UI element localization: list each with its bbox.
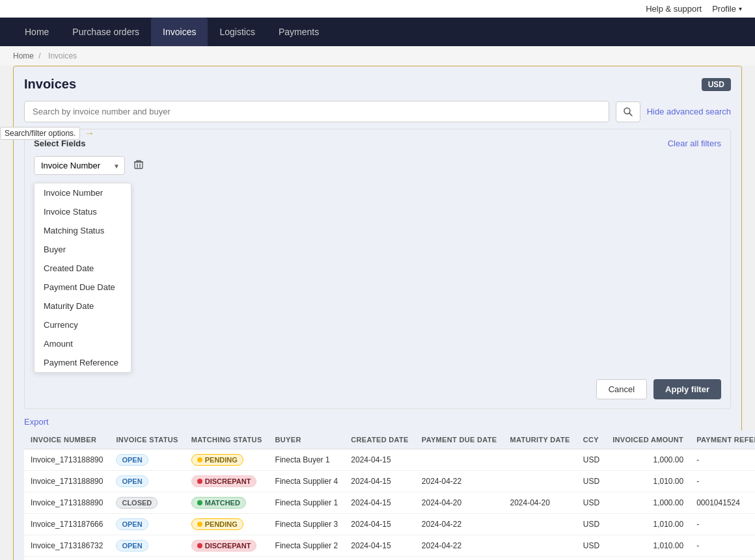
trash-icon [134,159,143,170]
invoice-status-badge: CLOSED [116,497,158,509]
invoice-link[interactable]: Invoice_1713188890 [31,477,103,486]
page-header: Invoices USD [24,77,731,92]
cell-ccy: USD [577,514,606,535]
cell-buyer: Finecta Supplier 3 [269,514,345,535]
cell-invoice-status: OPEN [109,535,184,557]
invoice-status-badge: OPEN [116,454,148,466]
page-title: Invoices [24,77,76,92]
dropdown-item-invoice-status[interactable]: Invoice Status [34,202,131,221]
apply-filter-button[interactable]: Apply filter [653,379,721,399]
dropdown-item-invoice-number[interactable]: Invoice Number [34,183,131,202]
cell-invoice-number: Invoice_1713188890 [24,471,109,492]
nav-item-logistics[interactable]: Logistics [208,18,266,46]
breadcrumb-home[interactable]: Home [13,51,34,60]
cell-payment-reference: - [690,535,755,557]
dropdown-item-created-date[interactable]: Created Date [34,259,131,278]
hide-advanced-search-link[interactable]: Hide advanced search [647,107,731,116]
dropdown-item-matching-status[interactable]: Matching Status [34,221,131,240]
cell-payment-due-date: 2024-04-22 [415,471,504,492]
cell-invoice-number: Invoice_1713188890 [24,492,109,514]
cell-ccy: USD [577,449,606,471]
field-select[interactable]: Invoice Number Invoice Status Matching S… [34,156,125,175]
nav-item-payments[interactable]: Payments [267,18,331,46]
cell-payment-due-date: 2024-04-20 [415,492,504,514]
dropdown-item-payment-due-date[interactable]: Payment Due Date [34,278,131,297]
table-row: Invoice_1713188890OPENDISCREPANTFinecta … [24,471,755,492]
cell-maturity-date [503,449,576,471]
chevron-down-icon: ▾ [739,5,742,12]
invoices-table: INVOICE NUMBER INVOICE STATUS MATCHING S… [24,431,755,560]
dropdown-item-payment-reference[interactable]: Payment Reference [34,353,131,372]
breadcrumb-current: Invoices [48,51,77,60]
col-invoice-number: INVOICE NUMBER [24,431,109,449]
dropdown-item-buyer[interactable]: Buyer [34,240,131,259]
cell-buyer: Finecta Supplier 4 [269,471,345,492]
cancel-button[interactable]: Cancel [596,379,647,399]
nav-item-invoices[interactable]: Invoices [151,18,208,46]
cell-maturity-date: 2024-04-20 [503,557,576,561]
cell-matching-status: PENDING [185,514,269,535]
nav-item-home[interactable]: Home [13,18,61,46]
dropdown-item-currency[interactable]: Currency [34,315,131,334]
cell-created-date: 2024-04-15 [344,514,415,535]
status-dot [197,500,202,505]
cell-buyer: Finecta Supplier 1 [269,557,345,561]
cell-buyer: Finecta Supplier 2 [269,535,345,557]
status-dot [197,543,202,548]
invoice-status-badge: OPEN [116,540,148,552]
cell-matching-status: MATCHED [185,492,269,514]
profile-label: Profile [712,4,736,14]
filter-actions: Cancel Apply filter [34,379,721,399]
cell-matching-status: PENDING [185,449,269,471]
invoice-link[interactable]: Invoice_1713188890 [31,455,103,464]
col-invoice-status: INVOICE STATUS [109,431,184,449]
svg-rect-2 [135,162,143,168]
clear-all-filters-link[interactable]: Clear all filters [668,139,721,148]
nav-item-purchase-orders[interactable]: Purchase orders [61,18,151,46]
field-select-wrapper: Invoice Number Invoice Status Matching S… [34,156,125,175]
cell-payment-due-date: 2024-04-22 [415,535,504,557]
cell-payment-reference: - [690,471,755,492]
col-payment-due-date: PAYMENT DUE DATE [415,431,504,449]
dropdown-item-maturity-date[interactable]: Maturity Date [34,297,131,315]
search-area: Hide advanced search Select Fields Clear… [24,101,731,409]
top-bar: Help & support Profile ▾ [0,0,755,18]
table-row: Invoice_1713186732OPENDISCREPANTFinecta … [24,535,755,557]
breadcrumb-separator: / [38,51,40,60]
breadcrumb: Home / Invoices [0,46,755,66]
cell-invoiced-amount: 1,000.00 [606,492,690,514]
cell-payment-due-date [415,449,504,471]
cell-payment-reference: - [690,449,755,471]
export-row: Export [24,417,731,427]
matching-status-badge: PENDING [191,518,243,530]
main-nav: Home Purchase orders Invoices Logistics … [0,18,755,46]
cell-invoice-status: CLOSED [109,492,184,514]
search-input[interactable] [24,101,609,122]
delete-filter-button[interactable] [130,158,147,174]
cell-maturity-date [503,514,576,535]
search-button[interactable] [616,101,640,122]
main-content: Invoices USD Hide advanced search Select… [13,66,742,560]
invoice-link[interactable]: Invoice_1713186732 [31,541,103,550]
cell-matching-status: DISCREPANT [185,535,269,557]
cell-invoiced-amount: 1,000.00 [606,557,690,561]
invoice-link[interactable]: Invoice_1713187666 [31,520,103,529]
dropdown-item-amount[interactable]: Amount [34,334,131,353]
export-link[interactable]: Export [24,417,49,427]
col-created-date: CREATED DATE [344,431,415,449]
currency-badge: USD [702,78,731,91]
cell-invoice-status: OPEN [109,449,184,471]
cell-invoiced-amount: 1,000.00 [606,449,690,471]
cell-invoiced-amount: 1,010.00 [606,535,690,557]
select-fields-label: Select Fields [34,139,85,148]
cell-maturity-date [503,471,576,492]
profile-button[interactable]: Profile ▾ [712,4,742,14]
table-header-row: INVOICE NUMBER INVOICE STATUS MATCHING S… [24,431,755,449]
invoice-link[interactable]: Invoice_1713188890 [31,498,103,507]
invoice-status-badge: OPEN [116,475,148,487]
cell-created-date: 2024-04-15 [344,557,415,561]
cell-maturity-date [503,535,576,557]
help-support-link[interactable]: Help & support [646,4,702,14]
cell-invoiced-amount: 1,010.00 [606,514,690,535]
cell-invoiced-amount: 1,010.00 [606,471,690,492]
